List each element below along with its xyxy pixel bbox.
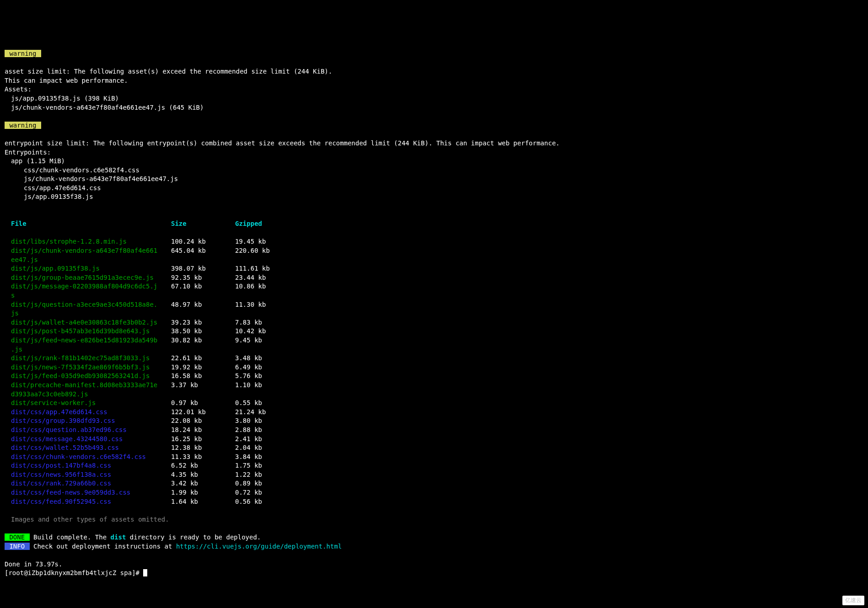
asset-gzip: 1.10 kb xyxy=(235,381,299,399)
asset-size: 3.37 kb xyxy=(171,381,235,399)
table-row: dist/css/wallet.52b5b493.css12.38 kb2.04… xyxy=(11,443,863,453)
table-row: dist/css/question.ab37ed96.css18.24 kb2.… xyxy=(11,426,863,435)
asset-size: 6.52 kb xyxy=(171,461,235,470)
table-row: dist/libs/strophe-1.2.8.min.js100.24 kb1… xyxy=(11,237,863,246)
warn1-asset2: js/chunk-vendors-a643e7f80af4e661ee47.js… xyxy=(5,104,204,111)
warn1-asset1: js/app.09135f38.js (398 KiB) xyxy=(5,95,119,102)
asset-file: dist/js/post-b457ab3e16d39bd8e643.js xyxy=(11,327,171,336)
asset-gzip: 2.88 kb xyxy=(235,426,299,435)
asset-size: 38.50 kb xyxy=(171,327,235,336)
asset-file: dist/js/chunk-vendors-a643e7f80af4e661 e… xyxy=(11,246,171,264)
watermark: 亿速云 xyxy=(842,596,864,605)
asset-gzip: 11.30 kb xyxy=(235,300,299,318)
asset-gzip: 23.44 kb xyxy=(235,273,299,283)
table-row: dist/js/feed~news-e826be15d81923da549b .… xyxy=(11,336,863,354)
warning-badge: warning xyxy=(5,50,41,57)
asset-file: dist/css/message.43244580.css xyxy=(11,435,171,444)
table-row: dist/css/chunk-vendors.c6e582f4.css11.33… xyxy=(11,453,863,462)
warn1-line1: asset size limit: The following asset(s)… xyxy=(5,68,332,75)
asset-size: 92.35 kb xyxy=(171,273,235,283)
asset-gzip: 111.61 kb xyxy=(235,264,299,273)
cursor-icon xyxy=(143,569,147,576)
asset-file: dist/js/rank-f81b1402ec75ad8f3033.js xyxy=(11,354,171,363)
table-row: dist/css/feed.90f52945.css1.64 kb0.56 kb xyxy=(11,497,863,507)
done-msg-pre: Build complete. The xyxy=(30,533,111,541)
table-row: dist/js/feed-035d9edb93082563241d.js16.5… xyxy=(11,372,863,381)
table-row: dist/css/app.47e6d614.css122.01 kb21.24 … xyxy=(11,408,863,417)
asset-size: 22.08 kb xyxy=(171,416,235,426)
table-row: dist/js/wallet-a4e0e30863c18fe3b0b2.js39… xyxy=(11,318,863,327)
asset-file: dist/libs/strophe-1.2.8.min.js xyxy=(11,237,171,246)
asset-file: dist/precache-manifest.8d08eb3333ae71e d… xyxy=(11,381,171,399)
asset-size: 16.58 kb xyxy=(171,372,235,381)
table-row: dist/js/chunk-vendors-a643e7f80af4e661 e… xyxy=(11,246,863,264)
table-row: dist/css/feed-news.9e059dd3.css1.99 kb0.… xyxy=(11,488,863,497)
asset-gzip: 5.76 kb xyxy=(235,372,299,381)
asset-gzip: 3.48 kb xyxy=(235,354,299,363)
asset-file: dist/css/feed.90f52945.css xyxy=(11,497,171,507)
table-row: dist/js/post-b457ab3e16d39bd8e643.js38.5… xyxy=(11,327,863,336)
deployment-link[interactable]: https://cli.vuejs.org/guide/deployment.h… xyxy=(176,543,342,550)
asset-gzip: 10.42 kb xyxy=(235,327,299,336)
asset-gzip: 2.41 kb xyxy=(235,435,299,444)
asset-file: dist/css/post.147bf4a8.css xyxy=(11,461,171,470)
asset-size: 398.07 kb xyxy=(171,264,235,273)
asset-size: 16.25 kb xyxy=(171,435,235,444)
table-row: dist/precache-manifest.8d08eb3333ae71e d… xyxy=(11,381,863,399)
shell-prompt[interactable]: [root@iZbp1dknyxm2bmfb4tlxjcZ spa]# xyxy=(5,569,143,576)
info-badge: INFO xyxy=(5,543,30,550)
asset-gzip: 1.22 kb xyxy=(235,470,299,480)
asset-size: 122.01 kb xyxy=(171,408,235,417)
asset-gzip: 19.45 kb xyxy=(235,237,299,246)
table-row: dist/js/rank-f81b1402ec75ad8f3033.js22.6… xyxy=(11,354,863,363)
asset-size: 39.23 kb xyxy=(171,318,235,327)
asset-gzip: 2.04 kb xyxy=(235,443,299,453)
asset-gzip: 220.60 kb xyxy=(235,246,299,264)
asset-file: dist/css/news.956f138a.css xyxy=(11,470,171,480)
asset-size: 30.82 kb xyxy=(171,336,235,354)
table-row: dist/css/post.147bf4a8.css6.52 kb1.75 kb xyxy=(11,461,863,470)
terminal-output: warning asset size limit: The following … xyxy=(5,40,863,578)
asset-file: dist/js/news-7f5334f2ae869f6b5bf3.js xyxy=(11,363,171,372)
warn2-f4: js/app.09135f38.js xyxy=(5,193,93,200)
asset-file: dist/js/app.09135f38.js xyxy=(11,264,171,273)
asset-size: 19.92 kb xyxy=(171,363,235,372)
asset-gzip: 7.83 kb xyxy=(235,318,299,327)
asset-file: dist/service-worker.js xyxy=(11,399,171,408)
asset-gzip: 21.24 kb xyxy=(235,408,299,417)
asset-gzip: 1.75 kb xyxy=(235,461,299,470)
warning-badge: warning xyxy=(5,122,41,129)
warn1-line2: This can impact web performance. xyxy=(5,77,128,84)
asset-file: dist/js/group-beaae7615d91a3ecec9e.js xyxy=(11,273,171,283)
asset-file: dist/js/feed-035d9edb93082563241d.js xyxy=(11,372,171,381)
table-row: dist/js/message-02203988af804d9c6dc5.j s… xyxy=(11,282,863,300)
warn1-line3: Assets: xyxy=(5,85,32,93)
asset-file: dist/js/question-a3ece9ae3c450d518a8e. j… xyxy=(11,300,171,318)
asset-size: 100.24 kb xyxy=(171,237,235,246)
table-row: dist/js/news-7f5334f2ae869f6b5bf3.js19.9… xyxy=(11,363,863,372)
asset-gzip: 0.55 kb xyxy=(235,399,299,408)
asset-gzip: 3.84 kb xyxy=(235,453,299,462)
asset-file: dist/css/app.47e6d614.css xyxy=(11,408,171,417)
info-msg-pre: Check out deployment instructions at xyxy=(30,543,176,550)
asset-file: dist/css/question.ab37ed96.css xyxy=(11,426,171,435)
warn2-f1: css/chunk-vendors.c6e582f4.css xyxy=(5,166,139,174)
asset-gzip: 6.49 kb xyxy=(235,363,299,372)
asset-size: 1.64 kb xyxy=(171,497,235,507)
asset-gzip: 0.72 kb xyxy=(235,488,299,497)
table-row: dist/css/group.398dfd93.css22.08 kb3.80 … xyxy=(11,416,863,426)
table-row: dist/css/message.43244580.css16.25 kb2.4… xyxy=(11,435,863,444)
asset-file: dist/css/feed-news.9e059dd3.css xyxy=(11,488,171,497)
asset-size: 1.99 kb xyxy=(171,488,235,497)
asset-table-body: dist/libs/strophe-1.2.8.min.js100.24 kb1… xyxy=(5,237,863,506)
done-badge: DONE xyxy=(5,533,30,541)
asset-size: 645.04 kb xyxy=(171,246,235,264)
asset-size: 12.38 kb xyxy=(171,443,235,453)
asset-file: dist/js/message-02203988af804d9c6dc5.j s xyxy=(11,282,171,300)
asset-size: 3.42 kb xyxy=(171,479,235,488)
done-msg-post: directory is ready to be deployed. xyxy=(126,533,261,541)
asset-file: dist/js/wallet-a4e0e30863c18fe3b0b2.js xyxy=(11,318,171,327)
asset-size: 18.24 kb xyxy=(171,426,235,435)
table-row: dist/js/app.09135f38.js398.07 kb111.61 k… xyxy=(11,264,863,273)
table-row: dist/service-worker.js0.97 kb0.55 kb xyxy=(11,399,863,408)
